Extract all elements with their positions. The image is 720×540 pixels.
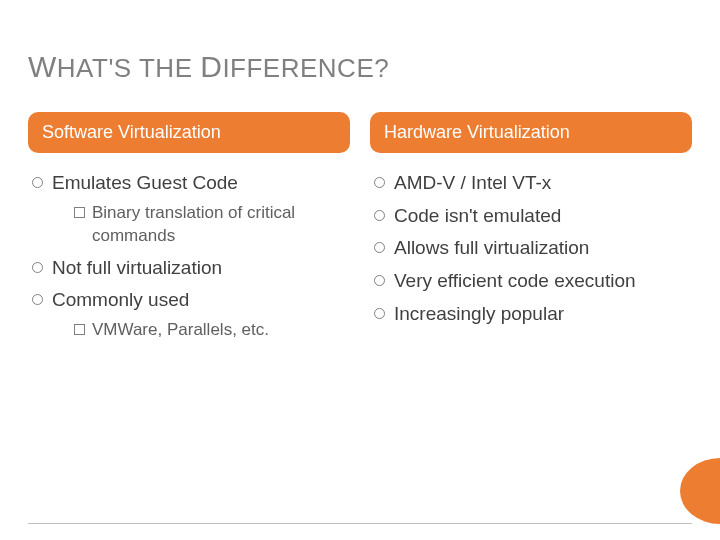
right-column: Hardware Virtualization AMD-V / Intel VT… [370, 112, 692, 350]
content-columns: Software Virtualization Emulates Guest C… [28, 112, 692, 350]
right-list: AMD-V / Intel VT-x Code isn't emulated A… [370, 171, 692, 326]
list-item: Code isn't emulated [370, 204, 692, 229]
title-fragment: 'S [108, 53, 131, 83]
left-list: Emulates Guest Code Binary translation o… [28, 171, 350, 342]
slide-title: WHAT'S THE DIFFERENCE? [28, 50, 692, 84]
list-item: Commonly used VMWare, Parallels, etc. [28, 288, 350, 342]
title-fragment: ? [374, 53, 389, 83]
sub-list-item: VMWare, Parallels, etc. [74, 319, 350, 342]
title-fragment: HAT [57, 53, 109, 83]
right-heading-pill: Hardware Virtualization [370, 112, 692, 153]
title-fragment: IFFERENCE [222, 53, 374, 83]
list-item: Very efficient code execution [370, 269, 692, 294]
corner-decoration [678, 458, 720, 524]
list-item-text: Commonly used [52, 289, 189, 310]
list-item-text: Emulates Guest Code [52, 172, 238, 193]
sub-list: VMWare, Parallels, etc. [52, 319, 350, 342]
title-letter: D [200, 50, 222, 83]
sub-list: Binary translation of critical commands [52, 202, 350, 248]
list-item: Increasingly popular [370, 302, 692, 327]
list-item: Emulates Guest Code Binary translation o… [28, 171, 350, 248]
list-item: Not full virtualization [28, 256, 350, 281]
footer-divider [28, 523, 692, 524]
title-letter: W [28, 50, 57, 83]
list-item: Allows full virtualization [370, 236, 692, 261]
corner-circle-icon [680, 458, 720, 524]
sub-list-item: Binary translation of critical commands [74, 202, 350, 248]
left-heading-pill: Software Virtualization [28, 112, 350, 153]
list-item-text: Not full virtualization [52, 257, 222, 278]
list-item: AMD-V / Intel VT-x [370, 171, 692, 196]
slide: WHAT'S THE DIFFERENCE? Software Virtuali… [0, 0, 720, 540]
title-fragment: THE [132, 53, 200, 83]
left-column: Software Virtualization Emulates Guest C… [28, 112, 350, 350]
